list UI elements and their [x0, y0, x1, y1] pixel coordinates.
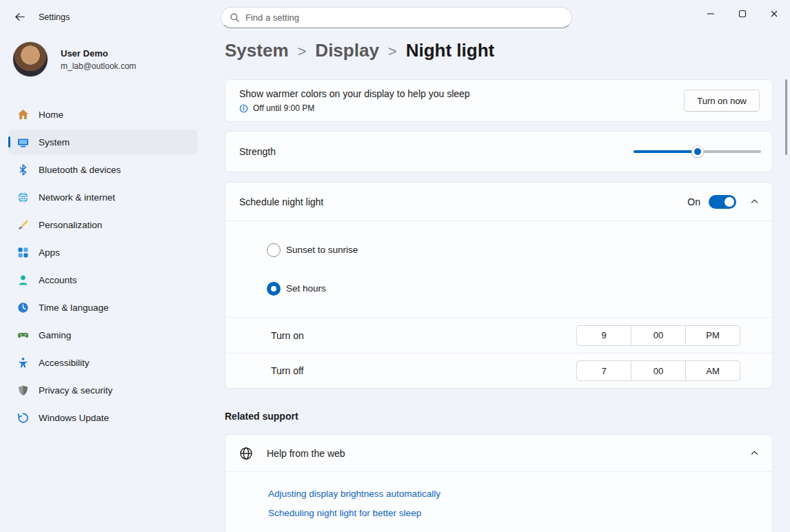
schedule-card: Schedule night light On Sunset to sunris… — [225, 182, 773, 389]
radio-label: Set hours — [286, 283, 326, 294]
breadcrumb: System > Display > Night light — [225, 40, 494, 61]
help-links: Adjusting display brightness automatical… — [225, 472, 772, 518]
turn-on-period-field[interactable]: PM — [685, 325, 740, 346]
schedule-toggle[interactable] — [709, 195, 736, 209]
sidebar-item-label: Apps — [39, 247, 60, 258]
user-name: User Demo — [61, 48, 136, 59]
sidebar-item-label: Network & internet — [39, 192, 115, 203]
bluetooth-icon — [17, 163, 29, 176]
turn-on-hour-field[interactable]: 9 — [576, 325, 631, 346]
system-icon — [17, 136, 29, 148]
back-arrow-icon — [14, 12, 25, 22]
sidebar-item-label: Gaming — [39, 330, 71, 340]
sidebar-item-label: Bluetooth & devices — [39, 165, 121, 175]
strength-label: Strength — [239, 146, 276, 157]
night-light-card: Show warmer colors on your display to he… — [225, 79, 773, 122]
sidebar-item-privacy-security[interactable]: Privacy & security — [8, 378, 197, 402]
maximize-button[interactable] — [727, 0, 758, 28]
breadcrumb-system[interactable]: System — [225, 40, 289, 61]
close-icon — [769, 8, 780, 19]
sidebar-item-time-language[interactable]: Time & language — [8, 295, 197, 320]
turn-on-now-button[interactable]: Turn on now — [684, 90, 760, 112]
sidebar-item-label: Privacy & security — [39, 385, 112, 396]
personalization-icon — [17, 218, 29, 231]
breadcrumb-display[interactable]: Display — [315, 40, 379, 61]
schedule-toggle-state: On — [687, 196, 700, 207]
sidebar-item-label: Home — [39, 110, 63, 120]
accounts-icon — [17, 274, 29, 286]
turn-off-minute-field[interactable]: 00 — [631, 360, 686, 381]
turn-on-minute-field[interactable]: 00 — [631, 325, 686, 346]
close-button[interactable] — [758, 0, 790, 28]
gaming-icon — [17, 329, 29, 341]
breadcrumb-separator: > — [388, 43, 397, 61]
search-box[interactable] — [221, 7, 572, 28]
turn-on-row: Turn on 9 00 PM — [225, 318, 772, 353]
help-link-brightness[interactable]: Adjusting display brightness automatical… — [268, 489, 772, 499]
sidebar-item-windows-update[interactable]: Windows Update — [8, 405, 197, 430]
minimize-button[interactable] — [695, 0, 727, 28]
schedule-options: Sunset to sunrise Set hours — [225, 221, 772, 318]
schedule-header[interactable]: Schedule night light On — [225, 183, 772, 221]
sidebar-item-network-internet[interactable]: Network & internet — [8, 185, 197, 209]
help-header[interactable]: Help from the web — [225, 435, 772, 472]
strength-slider-thumb[interactable] — [691, 145, 704, 158]
user-profile[interactable]: User Demo m_lab@outlook.com — [12, 41, 136, 77]
night-light-status: Off until 9:00 PM — [253, 103, 314, 113]
user-email: m_lab@outlook.com — [61, 61, 136, 71]
sidebar-item-label: Accounts — [39, 275, 77, 285]
turn-on-label: Turn on — [271, 330, 304, 341]
sidebar-item-gaming[interactable]: Gaming — [8, 323, 197, 347]
sidebar-item-label: System — [39, 137, 70, 147]
sidebar-item-accessibility[interactable]: Accessibility — [8, 350, 197, 375]
radio-selected-icon[interactable] — [267, 282, 281, 296]
sidebar-item-label: Time & language — [39, 303, 109, 313]
radio-option-sunset-to-sunrise[interactable]: Sunset to sunrise — [267, 243, 772, 257]
home-icon — [17, 108, 29, 121]
sidebar: User Demo m_lab@outlook.com Home System … — [0, 33, 207, 532]
vertical-scrollbar[interactable] — [785, 79, 787, 155]
sidebar-item-system[interactable]: System — [8, 130, 197, 154]
time-language-icon — [17, 301, 29, 314]
accessibility-icon — [17, 356, 29, 369]
sidebar-item-home[interactable]: Home — [8, 102, 197, 127]
turn-off-hour-field[interactable]: 7 — [576, 360, 631, 381]
help-link-scheduling[interactable]: Scheduling night light for better sleep — [268, 508, 772, 518]
related-support-heading: Related support — [225, 411, 298, 422]
info-icon — [239, 104, 248, 113]
search-icon — [230, 12, 240, 23]
toggle-knob — [725, 197, 734, 207]
chevron-up-icon[interactable] — [749, 448, 760, 459]
radio-unselected-icon[interactable] — [267, 243, 281, 257]
help-card: Help from the web Adjusting display brig… — [225, 434, 773, 532]
sidebar-item-label: Windows Update — [39, 413, 109, 423]
strength-slider[interactable] — [634, 145, 761, 158]
radio-option-set-hours[interactable]: Set hours — [267, 282, 772, 296]
maximize-icon — [737, 8, 748, 19]
avatar — [12, 41, 48, 77]
search-input[interactable] — [245, 12, 563, 23]
window-controls — [695, 0, 790, 28]
sidebar-item-bluetooth-devices[interactable]: Bluetooth & devices — [8, 157, 197, 182]
network-icon — [17, 191, 29, 203]
night-light-description: Show warmer colors on your display to he… — [239, 88, 470, 99]
sidebar-item-personalization[interactable]: Personalization — [8, 212, 197, 237]
back-button[interactable] — [8, 7, 30, 26]
turn-off-time-picker: 7 00 AM — [576, 360, 740, 381]
turn-off-row: Turn off 7 00 AM — [225, 353, 772, 388]
page-title: Night light — [406, 40, 495, 61]
sidebar-item-apps[interactable]: Apps — [8, 240, 197, 265]
titlebar: Settings — [0, 0, 790, 33]
apps-icon — [17, 246, 29, 258]
turn-off-label: Turn off — [271, 365, 303, 376]
sidebar-item-label: Personalization — [39, 220, 102, 230]
window-title: Settings — [39, 12, 70, 22]
turn-on-time-picker: 9 00 PM — [576, 325, 740, 346]
radio-label: Sunset to sunrise — [286, 245, 358, 255]
sidebar-item-accounts[interactable]: Accounts — [8, 267, 197, 292]
sidebar-item-label: Accessibility — [39, 358, 90, 368]
minimize-icon — [705, 8, 716, 19]
windows-update-icon — [17, 411, 29, 424]
turn-off-period-field[interactable]: AM — [685, 360, 740, 381]
chevron-up-icon[interactable] — [749, 196, 760, 207]
